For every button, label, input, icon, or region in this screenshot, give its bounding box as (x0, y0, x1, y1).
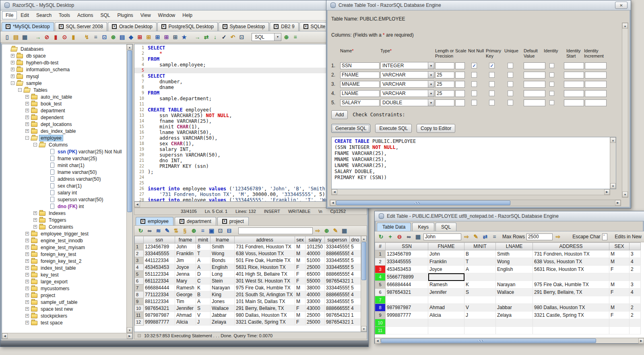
column-header[interactable]: SSN (386, 243, 428, 250)
scroll-left-icon[interactable]: ◀ (2, 333, 8, 339)
dialog-titlebar[interactable]: Create Table Tool - RazorSQL Database En… (326, 0, 631, 10)
find-icon[interactable]: ∞ (405, 233, 413, 241)
tree-item[interactable]: minit char(1) (2, 162, 126, 169)
copy-to-editor-button[interactable]: Copy to Editor (417, 124, 455, 133)
scrollbar-thumb[interactable] (381, 338, 596, 343)
cell-address[interactable]: 975 Fire Oak, Humble TX (235, 285, 295, 291)
cell-ssn[interactable]: 551122334 (144, 271, 175, 278)
cell-minit[interactable]: B (196, 291, 211, 298)
column-name-field[interactable]: MNAME (340, 81, 380, 88)
database-icon[interactable]: ▮ (70, 33, 77, 41)
cell-ssn[interactable] (386, 296, 428, 304)
sort-icon[interactable]: ⇅ (172, 227, 180, 235)
menu-item[interactable]: Plugins (114, 11, 136, 19)
find-icon[interactable]: ∞ (146, 227, 153, 235)
table-row[interactable]: 10 987654321 Jennifer S Wallace 291 Berr… (135, 305, 361, 312)
cell-ssn[interactable]: 5566778899 (386, 273, 428, 281)
identity-start-field[interactable] (564, 99, 584, 106)
sql-horizontal-scrollbar[interactable]: ◀ ▶ (331, 189, 610, 195)
cell-address[interactable]: 975 Fire Oak, Humble TX (533, 281, 609, 289)
cell-address[interactable]: 3321 Castle, Spring TX (235, 319, 295, 326)
connect-icon[interactable]: → (34, 33, 42, 41)
scroll-right-icon[interactable]: ▶ (127, 333, 132, 339)
cell-lname[interactable]: Zelaya (211, 319, 235, 326)
tree-vertical-scrollbar[interactable]: ▲ ▼ (126, 44, 132, 333)
cell-ssn[interactable]: 123456789 (386, 250, 428, 258)
tree-expander-icon[interactable]: - (33, 143, 37, 147)
close-icon[interactable]: X (140, 219, 145, 224)
cell-address[interactable] (533, 327, 609, 334)
cell-fname[interactable]: Jennifer (175, 305, 196, 312)
table-row[interactable]: 6 987654321 Jennifer S Wallace 291 Berry… (375, 289, 641, 296)
cell-lname[interactable]: Wong (211, 250, 235, 257)
cell-address[interactable]: 980 Dallas, Houston TX (533, 304, 609, 312)
cell-dno[interactable]: 1 (350, 312, 361, 319)
favorites-icon[interactable]: ★ (180, 33, 188, 41)
cell-ssn[interactable]: 453453453 (144, 264, 175, 271)
cell-superssn[interactable]: 333445555 (325, 244, 350, 250)
identity-increment-field[interactable] (585, 62, 607, 69)
refresh-icon[interactable]: ↻ (137, 227, 144, 235)
cell-lname[interactable]: Jabbar (211, 312, 235, 319)
cell-minit[interactable]: K (196, 285, 211, 291)
cell-address[interactable]: 291 Berry, Bellaire, TX (235, 305, 295, 312)
cell-minit[interactable]: D (196, 271, 211, 278)
cell-minit[interactable]: A (196, 298, 211, 305)
cell-salary[interactable]: 25000 (305, 319, 325, 326)
close-button[interactable]: ✕ (615, 2, 627, 9)
edit-icon[interactable]: ✎ (163, 227, 171, 235)
cell-lname[interactable] (496, 327, 533, 334)
default-value-field[interactable] (524, 99, 545, 106)
tree-item[interactable]: + des_index_table (2, 128, 126, 134)
cell-minit[interactable]: B (196, 244, 211, 250)
cell-salary[interactable]: 2 (630, 304, 641, 312)
close-icon[interactable]: X (274, 24, 279, 29)
go-icon[interactable]: ⇨ (314, 227, 322, 235)
cell-fname[interactable]: George (175, 291, 196, 298)
cell-sex[interactable]: F (295, 271, 305, 278)
tree-item[interactable]: + large_export (2, 278, 126, 285)
identity-start-field[interactable] (564, 62, 584, 69)
identity-checkbox[interactable] (549, 100, 554, 105)
column-type-select[interactable]: VARCHAR▼ (380, 90, 434, 97)
cell-fname[interactable]: Franklin (175, 250, 196, 257)
table-row[interactable]: 10 (375, 319, 641, 327)
tree-item[interactable]: + employee_trigger_test (2, 230, 126, 237)
cell-lname[interactable]: English (496, 266, 533, 273)
tree-item[interactable]: + project (2, 292, 126, 299)
cell-minit[interactable] (464, 273, 496, 281)
row-number[interactable]: 10 (375, 319, 386, 327)
tree-item[interactable]: + Triggers (2, 217, 126, 223)
fetch-icon[interactable]: ↓ (211, 33, 219, 41)
cell-lname[interactable]: Smith (496, 250, 533, 258)
tree-item[interactable]: address varchar(50) (2, 175, 126, 182)
default-value-field[interactable] (524, 72, 545, 78)
cell-address[interactable]: 980 Dallas, Houston TX (235, 312, 295, 319)
cell-sex[interactable]: M (295, 244, 305, 250)
cell-lname[interactable]: Zelaya (496, 312, 533, 319)
scrollbar-thumb[interactable] (127, 50, 132, 212)
cell-sex[interactable]: M (609, 250, 630, 258)
primary-key-checkbox[interactable]: ✓ (489, 63, 495, 68)
cell-salary[interactable]: 40000 (305, 291, 325, 298)
cell-sex[interactable]: M (295, 291, 305, 298)
refresh-icon[interactable]: ⇄ (202, 33, 210, 41)
cell-sex[interactable] (609, 327, 630, 334)
cell-salary[interactable] (630, 319, 641, 327)
column-header[interactable]: ssn (144, 236, 175, 244)
row-number[interactable]: 9 (375, 312, 386, 319)
cell-fname[interactable]: Tim (175, 298, 196, 305)
cell-address[interactable]: 501 Fire Oak, Humble TX (235, 257, 295, 264)
cell-salary[interactable]: 40000 (305, 250, 325, 257)
cell-sex[interactable]: M (609, 281, 630, 289)
describe-icon[interactable]: ≡ (92, 33, 99, 41)
not-null-checkbox[interactable] (471, 81, 477, 87)
cell-lname[interactable]: King (211, 291, 235, 298)
cell-sex[interactable] (609, 296, 630, 304)
table-row[interactable]: 12 999887777 Alicia J Zelaya 3321 Castle… (135, 319, 361, 326)
cell-address[interactable] (533, 319, 609, 327)
edit-results-icon[interactable]: ✎ (332, 227, 339, 235)
scale-field[interactable] (455, 72, 465, 78)
cell-minit[interactable]: K (464, 281, 496, 289)
tree-item[interactable]: + db space (2, 52, 126, 59)
